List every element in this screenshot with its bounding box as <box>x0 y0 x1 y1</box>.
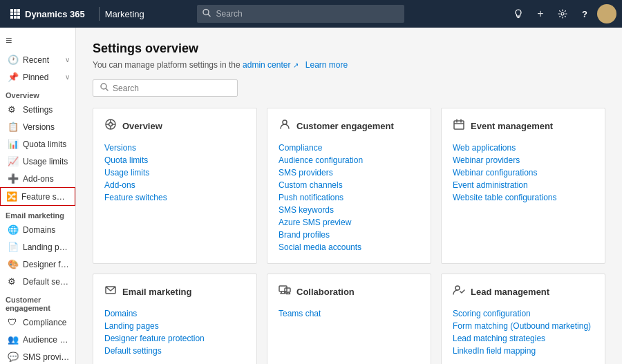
top-navigation: Dynamics 365 Marketing + ? <box>0 0 622 28</box>
nav-divider <box>99 7 100 21</box>
global-search-input[interactable] <box>197 5 404 23</box>
card-link-sms-keywords[interactable]: SMS keywords <box>279 204 420 216</box>
card-event-management: Event management Web applications Webina… <box>441 108 605 264</box>
sidebar-item-quota[interactable]: 📊 Quota limits <box>0 135 75 153</box>
card-collab-icon <box>279 284 291 299</box>
svg-rect-28 <box>279 286 287 291</box>
card-link-push-notifications[interactable]: Push notifications <box>279 191 420 204</box>
sidebar-label-versions: Versions <box>23 122 70 132</box>
compliance-icon: 🛡 <box>8 317 19 327</box>
card-link-scoring[interactable]: Scoring configuration <box>453 307 594 320</box>
svg-rect-4 <box>14 12 17 15</box>
card-overview-title: Overview <box>122 121 162 131</box>
card-link-usage-limits[interactable]: Usage limits <box>104 166 245 179</box>
card-link-form-matching[interactable]: Form matching (Outbound marketing) <box>453 320 594 332</box>
sidebar-item-settings[interactable]: ⚙ Settings <box>0 101 75 118</box>
sidebar-item-sms[interactable]: 💬 SMS providers <box>0 348 75 364</box>
sidebar-item-designer[interactable]: 🎨 Designer feature ... <box>0 256 75 273</box>
sidebar-section-customer: Customer engagement <box>0 290 75 314</box>
card-link-designer-fp[interactable]: Designer feature protection <box>104 332 245 345</box>
card-customer-title: Customer engagement <box>296 121 394 131</box>
card-link-compliance[interactable]: Compliance <box>279 142 420 154</box>
lightbulb-button[interactable] <box>509 4 528 23</box>
sidebar-label-domains: Domains <box>23 225 70 235</box>
card-link-linkedin[interactable]: LinkedIn field mapping <box>453 345 594 357</box>
svg-point-22 <box>283 120 287 124</box>
settings-nav-icon: ⚙ <box>8 104 19 115</box>
addons-icon: ➕ <box>8 173 19 184</box>
sidebar-item-audience[interactable]: 👥 Audience configu... <box>0 331 75 348</box>
sidebar-item-pinned[interactable]: 📌 Pinned ∨ <box>0 68 75 86</box>
user-avatar[interactable] <box>597 4 616 23</box>
sidebar-item-compliance[interactable]: 🛡 Compliance <box>0 314 75 331</box>
sidebar-item-versions[interactable]: 📋 Versions <box>0 118 75 135</box>
sidebar-label-landing: Landing pages <box>23 242 70 252</box>
card-email-header: Email marketing <box>104 284 245 299</box>
card-link-feature-switches[interactable]: Feature switches <box>104 191 245 204</box>
card-link-webinar-providers[interactable]: Webinar providers <box>453 154 594 166</box>
sidebar-label-designer: Designer feature ... <box>23 260 70 269</box>
card-link-custom-channels[interactable]: Custom channels <box>279 179 420 191</box>
waffle-menu-button[interactable] <box>6 4 25 23</box>
svg-point-17 <box>109 123 113 126</box>
card-event-icon <box>453 118 465 133</box>
svg-rect-2 <box>17 9 20 12</box>
card-link-addons[interactable]: Add-ons <box>104 179 245 191</box>
sidebar-label-quota: Quota limits <box>23 140 70 149</box>
card-link-teams-chat[interactable]: Teams chat <box>279 307 420 320</box>
card-link-default-settings[interactable]: Default settings <box>104 345 245 357</box>
svg-rect-0 <box>10 9 13 12</box>
card-event-header: Event management <box>453 118 594 133</box>
sidebar-item-default[interactable]: ⚙ Default settings <box>0 273 75 290</box>
admin-center-link[interactable]: admin center ↗ <box>243 60 301 70</box>
card-link-quota-limits[interactable]: Quota limits <box>104 154 245 166</box>
svg-rect-5 <box>17 12 20 15</box>
search-icon <box>202 9 211 19</box>
card-link-lead-matching[interactable]: Lead matching strategies <box>453 332 594 345</box>
sidebar-item-landing[interactable]: 📄 Landing pages <box>0 238 75 256</box>
sidebar-item-feature-switches[interactable]: 🔀 Feature switches <box>0 187 75 206</box>
main-area: ≡ 🕐 Recent ∨ 📌 Pinned ∨ Overview ⚙ Setti… <box>0 28 622 364</box>
svg-line-10 <box>208 15 210 17</box>
card-overview-header: Overview <box>104 118 245 133</box>
topnav-icons: + ? <box>509 4 616 23</box>
card-link-sms-providers[interactable]: SMS providers <box>279 166 420 179</box>
card-link-social-media[interactable]: Social media accounts <box>279 241 420 253</box>
sidebar: ≡ 🕐 Recent ∨ 📌 Pinned ∨ Overview ⚙ Setti… <box>0 28 76 364</box>
sidebar-item-addons[interactable]: ➕ Add-ons <box>0 170 75 187</box>
card-link-versions[interactable]: Versions <box>104 142 245 154</box>
help-button[interactable]: ? <box>575 4 594 23</box>
quota-icon: 📊 <box>8 139 19 149</box>
landing-icon: 📄 <box>8 242 19 252</box>
sidebar-label-default: Default settings <box>23 277 70 287</box>
card-overview-icon <box>104 118 117 133</box>
sidebar-item-recent[interactable]: 🕐 Recent ∨ <box>0 51 75 68</box>
content-search-input[interactable] <box>113 84 230 93</box>
svg-rect-1 <box>14 9 17 12</box>
designer-icon: 🎨 <box>8 259 19 269</box>
card-link-landing-pages[interactable]: Landing pages <box>104 320 245 332</box>
settings-button[interactable] <box>553 4 572 23</box>
learn-more-link[interactable]: Learn more <box>305 60 348 70</box>
card-link-brand-profiles[interactable]: Brand profiles <box>279 229 420 241</box>
content-search-wrap <box>93 79 605 97</box>
card-link-event-admin[interactable]: Event administration <box>453 179 594 191</box>
sidebar-hamburger[interactable]: ≡ <box>0 30 75 51</box>
sidebar-item-domains[interactable]: 🌐 Domains <box>0 221 75 238</box>
card-link-azure-sms[interactable]: Azure SMS preview <box>279 216 420 229</box>
svg-rect-8 <box>17 16 20 19</box>
card-link-domains[interactable]: Domains <box>104 307 245 320</box>
card-lead-header: Lead management <box>453 284 594 299</box>
card-overview: Overview Versions Quota limits Usage lim… <box>93 108 257 264</box>
card-link-audience-config[interactable]: Audience configuration <box>279 154 420 166</box>
sidebar-item-usage[interactable]: 📈 Usage limits <box>0 153 75 170</box>
card-link-website-table[interactable]: Website table configurations <box>453 191 594 204</box>
card-link-webinar-configs[interactable]: Webinar configurations <box>453 166 594 179</box>
search-area <box>197 5 404 23</box>
sidebar-label-pinned: Pinned <box>23 73 61 82</box>
card-email-icon <box>104 284 117 299</box>
card-collaboration: Collaboration Teams chat <box>267 274 431 364</box>
add-button[interactable]: + <box>531 4 550 23</box>
default-icon: ⚙ <box>8 276 19 287</box>
card-link-web-apps[interactable]: Web applications <box>453 142 594 154</box>
